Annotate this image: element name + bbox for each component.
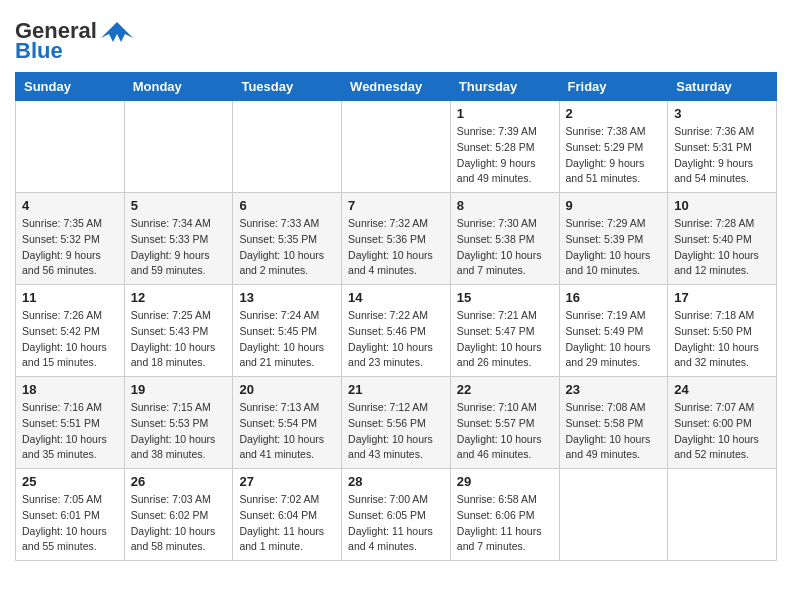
calendar-empty-cell <box>668 469 777 561</box>
calendar-day-4: 4Sunrise: 7:35 AM Sunset: 5:32 PM Daylig… <box>16 193 125 285</box>
calendar-day-15: 15Sunrise: 7:21 AM Sunset: 5:47 PM Dayli… <box>450 285 559 377</box>
calendar-day-2: 2Sunrise: 7:38 AM Sunset: 5:29 PM Daylig… <box>559 101 668 193</box>
day-info: Sunrise: 7:12 AM Sunset: 5:56 PM Dayligh… <box>348 400 444 463</box>
calendar-empty-cell <box>559 469 668 561</box>
calendar-day-25: 25Sunrise: 7:05 AM Sunset: 6:01 PM Dayli… <box>16 469 125 561</box>
day-info: Sunrise: 7:29 AM Sunset: 5:39 PM Dayligh… <box>566 216 662 279</box>
day-info: Sunrise: 7:05 AM Sunset: 6:01 PM Dayligh… <box>22 492 118 555</box>
day-info: Sunrise: 7:19 AM Sunset: 5:49 PM Dayligh… <box>566 308 662 371</box>
day-number: 16 <box>566 290 662 305</box>
day-number: 2 <box>566 106 662 121</box>
day-number: 14 <box>348 290 444 305</box>
calendar-week-row: 11Sunrise: 7:26 AM Sunset: 5:42 PM Dayli… <box>16 285 777 377</box>
day-number: 9 <box>566 198 662 213</box>
calendar-week-row: 18Sunrise: 7:16 AM Sunset: 5:51 PM Dayli… <box>16 377 777 469</box>
day-number: 3 <box>674 106 770 121</box>
calendar-day-23: 23Sunrise: 7:08 AM Sunset: 5:58 PM Dayli… <box>559 377 668 469</box>
day-info: Sunrise: 7:03 AM Sunset: 6:02 PM Dayligh… <box>131 492 227 555</box>
day-info: Sunrise: 7:28 AM Sunset: 5:40 PM Dayligh… <box>674 216 770 279</box>
day-info: Sunrise: 7:16 AM Sunset: 5:51 PM Dayligh… <box>22 400 118 463</box>
calendar-day-12: 12Sunrise: 7:25 AM Sunset: 5:43 PM Dayli… <box>124 285 233 377</box>
calendar-table: SundayMondayTuesdayWednesdayThursdayFrid… <box>15 72 777 561</box>
day-info: Sunrise: 7:38 AM Sunset: 5:29 PM Dayligh… <box>566 124 662 187</box>
day-number: 29 <box>457 474 553 489</box>
weekday-header-friday: Friday <box>559 73 668 101</box>
day-number: 8 <box>457 198 553 213</box>
calendar-day-22: 22Sunrise: 7:10 AM Sunset: 5:57 PM Dayli… <box>450 377 559 469</box>
calendar-day-19: 19Sunrise: 7:15 AM Sunset: 5:53 PM Dayli… <box>124 377 233 469</box>
day-info: Sunrise: 7:30 AM Sunset: 5:38 PM Dayligh… <box>457 216 553 279</box>
day-number: 13 <box>239 290 335 305</box>
day-number: 23 <box>566 382 662 397</box>
day-number: 17 <box>674 290 770 305</box>
weekday-header-thursday: Thursday <box>450 73 559 101</box>
day-number: 24 <box>674 382 770 397</box>
weekday-header-saturday: Saturday <box>668 73 777 101</box>
day-info: Sunrise: 7:13 AM Sunset: 5:54 PM Dayligh… <box>239 400 335 463</box>
day-number: 11 <box>22 290 118 305</box>
calendar-day-6: 6Sunrise: 7:33 AM Sunset: 5:35 PM Daylig… <box>233 193 342 285</box>
day-info: Sunrise: 7:22 AM Sunset: 5:46 PM Dayligh… <box>348 308 444 371</box>
weekday-header-wednesday: Wednesday <box>342 73 451 101</box>
calendar-day-13: 13Sunrise: 7:24 AM Sunset: 5:45 PM Dayli… <box>233 285 342 377</box>
calendar-day-28: 28Sunrise: 7:00 AM Sunset: 6:05 PM Dayli… <box>342 469 451 561</box>
day-number: 5 <box>131 198 227 213</box>
calendar-day-14: 14Sunrise: 7:22 AM Sunset: 5:46 PM Dayli… <box>342 285 451 377</box>
weekday-header-monday: Monday <box>124 73 233 101</box>
day-info: Sunrise: 7:36 AM Sunset: 5:31 PM Dayligh… <box>674 124 770 187</box>
day-info: Sunrise: 7:10 AM Sunset: 5:57 PM Dayligh… <box>457 400 553 463</box>
day-info: Sunrise: 7:39 AM Sunset: 5:28 PM Dayligh… <box>457 124 553 187</box>
day-info: Sunrise: 7:24 AM Sunset: 5:45 PM Dayligh… <box>239 308 335 371</box>
weekday-header-sunday: Sunday <box>16 73 125 101</box>
calendar-day-10: 10Sunrise: 7:28 AM Sunset: 5:40 PM Dayli… <box>668 193 777 285</box>
day-info: Sunrise: 7:07 AM Sunset: 6:00 PM Dayligh… <box>674 400 770 463</box>
calendar-day-11: 11Sunrise: 7:26 AM Sunset: 5:42 PM Dayli… <box>16 285 125 377</box>
calendar-day-7: 7Sunrise: 7:32 AM Sunset: 5:36 PM Daylig… <box>342 193 451 285</box>
calendar-empty-cell <box>233 101 342 193</box>
day-info: Sunrise: 7:08 AM Sunset: 5:58 PM Dayligh… <box>566 400 662 463</box>
day-number: 21 <box>348 382 444 397</box>
day-info: Sunrise: 7:18 AM Sunset: 5:50 PM Dayligh… <box>674 308 770 371</box>
day-number: 6 <box>239 198 335 213</box>
calendar-day-21: 21Sunrise: 7:12 AM Sunset: 5:56 PM Dayli… <box>342 377 451 469</box>
day-number: 4 <box>22 198 118 213</box>
calendar-day-1: 1Sunrise: 7:39 AM Sunset: 5:28 PM Daylig… <box>450 101 559 193</box>
calendar-day-18: 18Sunrise: 7:16 AM Sunset: 5:51 PM Dayli… <box>16 377 125 469</box>
calendar-week-row: 25Sunrise: 7:05 AM Sunset: 6:01 PM Dayli… <box>16 469 777 561</box>
day-info: Sunrise: 7:25 AM Sunset: 5:43 PM Dayligh… <box>131 308 227 371</box>
day-info: Sunrise: 7:33 AM Sunset: 5:35 PM Dayligh… <box>239 216 335 279</box>
day-number: 25 <box>22 474 118 489</box>
day-info: Sunrise: 7:15 AM Sunset: 5:53 PM Dayligh… <box>131 400 227 463</box>
day-number: 7 <box>348 198 444 213</box>
day-number: 15 <box>457 290 553 305</box>
calendar-week-row: 4Sunrise: 7:35 AM Sunset: 5:32 PM Daylig… <box>16 193 777 285</box>
calendar-day-29: 29Sunrise: 6:58 AM Sunset: 6:06 PM Dayli… <box>450 469 559 561</box>
day-number: 20 <box>239 382 335 397</box>
calendar-empty-cell <box>16 101 125 193</box>
day-number: 10 <box>674 198 770 213</box>
day-number: 12 <box>131 290 227 305</box>
logo: General Blue <box>15 18 133 64</box>
calendar-day-5: 5Sunrise: 7:34 AM Sunset: 5:33 PM Daylig… <box>124 193 233 285</box>
calendar-day-3: 3Sunrise: 7:36 AM Sunset: 5:31 PM Daylig… <box>668 101 777 193</box>
day-info: Sunrise: 7:21 AM Sunset: 5:47 PM Dayligh… <box>457 308 553 371</box>
weekday-header-tuesday: Tuesday <box>233 73 342 101</box>
day-info: Sunrise: 7:34 AM Sunset: 5:33 PM Dayligh… <box>131 216 227 279</box>
calendar-day-8: 8Sunrise: 7:30 AM Sunset: 5:38 PM Daylig… <box>450 193 559 285</box>
calendar-day-17: 17Sunrise: 7:18 AM Sunset: 5:50 PM Dayli… <box>668 285 777 377</box>
header: General Blue <box>15 10 777 64</box>
day-number: 22 <box>457 382 553 397</box>
svg-marker-0 <box>101 22 133 42</box>
calendar-day-27: 27Sunrise: 7:02 AM Sunset: 6:04 PM Dayli… <box>233 469 342 561</box>
day-number: 1 <box>457 106 553 121</box>
day-number: 26 <box>131 474 227 489</box>
day-info: Sunrise: 7:32 AM Sunset: 5:36 PM Dayligh… <box>348 216 444 279</box>
day-info: Sunrise: 7:35 AM Sunset: 5:32 PM Dayligh… <box>22 216 118 279</box>
calendar-week-row: 1Sunrise: 7:39 AM Sunset: 5:28 PM Daylig… <box>16 101 777 193</box>
day-info: Sunrise: 6:58 AM Sunset: 6:06 PM Dayligh… <box>457 492 553 555</box>
logo-blue-text: Blue <box>15 38 63 64</box>
day-info: Sunrise: 7:02 AM Sunset: 6:04 PM Dayligh… <box>239 492 335 555</box>
calendar-day-26: 26Sunrise: 7:03 AM Sunset: 6:02 PM Dayli… <box>124 469 233 561</box>
day-info: Sunrise: 7:26 AM Sunset: 5:42 PM Dayligh… <box>22 308 118 371</box>
calendar-day-9: 9Sunrise: 7:29 AM Sunset: 5:39 PM Daylig… <box>559 193 668 285</box>
